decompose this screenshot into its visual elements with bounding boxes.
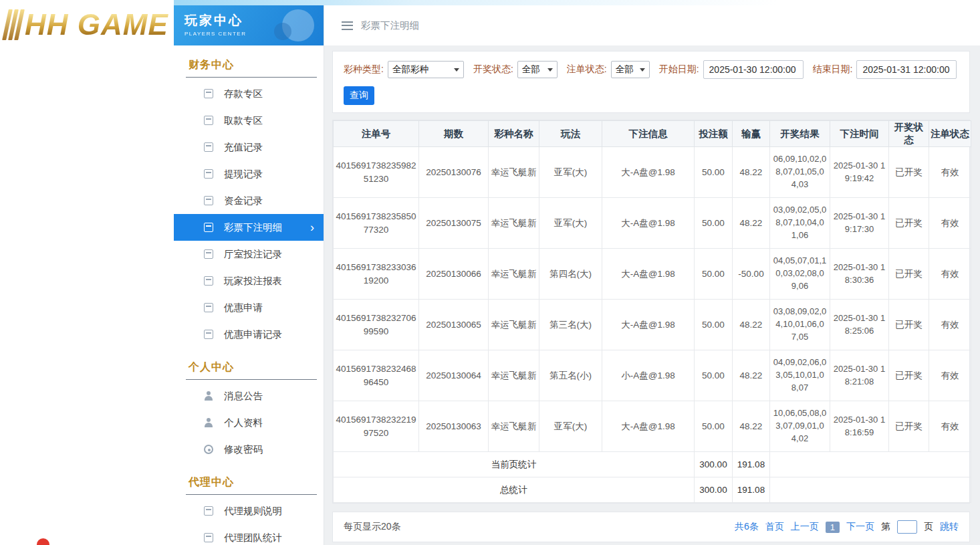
cell-draw_status: 已开奖 xyxy=(889,198,929,249)
sidebar-item-label: 提现记录 xyxy=(224,168,263,181)
cell-bet_time: 2025-01-30 19:19:42 xyxy=(830,147,889,198)
cell-bet_amount: 50.00 xyxy=(695,350,733,401)
sidebar-item-label: 充值记录 xyxy=(224,141,263,154)
logo-text: HH GAME xyxy=(25,8,168,41)
caret-down-icon xyxy=(454,68,459,72)
col-header-bet_time: 下注时间 xyxy=(830,121,889,147)
sidebar-nav: 财务中心存款专区取款专区充值记录提现记录资金记录彩票下注明细›厅室投注记录玩家投… xyxy=(174,53,324,545)
players-center-title: 玩家中心 xyxy=(185,12,324,29)
cell-bet_time: 2025-01-30 18:16:59 xyxy=(830,401,889,452)
cell-bet_info: 大-A盘@1.98 xyxy=(602,401,695,452)
cell-bet_info: 大-A盘@1.98 xyxy=(602,198,695,249)
cell-period: 20250130064 xyxy=(419,350,489,401)
summary-rest xyxy=(770,452,971,477)
sidebar-item-promo-apply-records[interactable]: 优惠申请记录 xyxy=(174,321,324,348)
cell-play: 亚军(大) xyxy=(539,147,602,198)
sidebar: 玩家中心 PLAYERS CENTER 财务中心存款专区取款专区充值记录提现记录… xyxy=(174,5,324,545)
sidebar-item-lottery-bet-details[interactable]: 彩票下注明细› xyxy=(174,214,324,241)
sidebar-item-change-password[interactable]: 修改密码 xyxy=(174,436,324,463)
cell-draw_status: 已开奖 xyxy=(889,147,929,198)
summary-label: 总统计 xyxy=(334,477,695,503)
cell-bet_no: 401569173823246896450 xyxy=(334,350,419,401)
menu-toggle-icon[interactable] xyxy=(342,21,353,30)
table-row: 40156917382359825123020250130076幸运飞艇新亚军(… xyxy=(334,147,971,198)
prev-page-link[interactable]: 上一页 xyxy=(791,521,819,533)
sidebar-item-label: 优惠申请 xyxy=(224,302,263,314)
cell-win_loss: -50.00 xyxy=(733,249,770,300)
draw-status-select[interactable]: 全部 xyxy=(517,61,558,78)
messages-icon xyxy=(204,391,213,401)
cell-bet_amount: 50.00 xyxy=(695,198,733,249)
first-page-link[interactable]: 首页 xyxy=(765,521,784,533)
brand-panel: HH GAME xyxy=(0,0,174,545)
sidebar-item-cashout-records[interactable]: 提现记录 xyxy=(174,160,324,187)
current-page[interactable]: 1 xyxy=(826,522,840,533)
section-title-finance: 财务中心 xyxy=(186,53,317,78)
cell-bet_status: 有效 xyxy=(929,198,971,249)
lottery-type-select[interactable]: 全部彩种 xyxy=(388,61,464,78)
cell-period: 20250130075 xyxy=(419,198,489,249)
next-page-link[interactable]: 下一页 xyxy=(846,521,874,533)
logo-bars-icon xyxy=(5,9,21,40)
caret-down-icon xyxy=(547,68,553,72)
filter-row: 彩种类型: 全部彩种 开奖状态: 全部 注单状态: 全部 xyxy=(344,60,959,79)
sidebar-item-deposit-zone[interactable]: 存款专区 xyxy=(174,80,324,107)
table-row: 40156917382324689645020250130064幸运飞艇新第五名… xyxy=(334,350,971,401)
sidebar-item-label: 彩票下注明细 xyxy=(224,221,282,234)
col-header-bet_no: 注单号 xyxy=(334,121,419,147)
summary-row: 总统计300.00191.08 xyxy=(334,477,971,503)
content-area: 彩种类型: 全部彩种 开奖状态: 全部 注单状态: 全部 xyxy=(324,45,980,545)
filter-panel: 彩种类型: 全部彩种 开奖状态: 全部 注单状态: 全部 xyxy=(332,51,970,113)
start-date-input[interactable] xyxy=(703,60,804,79)
cell-play: 亚军(大) xyxy=(539,401,602,452)
cell-bet_amount: 50.00 xyxy=(695,249,733,300)
summary-winloss-total: 191.08 xyxy=(733,477,770,503)
player-bet-report-icon xyxy=(204,276,213,286)
change-password-icon xyxy=(204,445,213,454)
lottery-type-value: 全部彩种 xyxy=(392,64,428,76)
end-date-input[interactable] xyxy=(856,60,957,79)
sidebar-item-withdraw-zone[interactable]: 取款专区 xyxy=(174,107,324,134)
cell-win_loss: 48.22 xyxy=(733,350,770,401)
sidebar-item-label: 厅室投注记录 xyxy=(224,248,282,261)
hh-game-logo: HH GAME xyxy=(5,8,168,41)
sidebar-item-label: 存款专区 xyxy=(224,88,263,100)
cell-bet_time: 2025-01-30 18:30:36 xyxy=(830,249,889,300)
cell-bet_amount: 50.00 xyxy=(695,401,733,452)
bet-status-select[interactable]: 全部 xyxy=(611,61,650,78)
cell-lottery_name: 幸运飞艇新 xyxy=(489,249,539,300)
top-gradient-strip xyxy=(174,0,980,5)
sidebar-item-agent-team-stats[interactable]: 代理团队统计 xyxy=(174,524,324,545)
sidebar-item-label: 个人资料 xyxy=(224,417,263,429)
search-button[interactable]: 查询 xyxy=(344,86,374,105)
draw-status-label: 开奖状态: xyxy=(473,64,513,76)
sidebar-item-hall-bet-records[interactable]: 厅室投注记录 xyxy=(174,241,324,267)
jump-button[interactable]: 跳转 xyxy=(940,521,959,533)
sidebar-item-funds-records[interactable]: 资金记录 xyxy=(174,187,324,214)
summary-winloss-total: 191.08 xyxy=(733,452,770,477)
summary-rest xyxy=(770,477,971,503)
cell-bet_amount: 50.00 xyxy=(695,300,733,350)
cell-play: 亚军(大) xyxy=(539,198,602,249)
col-header-bet_info: 下注信息 xyxy=(602,121,695,147)
table-header-row: 注单号期数彩种名称玩法下注信息投注额输赢开奖结果下注时间开奖状态注单状态 xyxy=(334,121,971,147)
sidebar-item-profile[interactable]: 个人资料 xyxy=(174,409,324,436)
bets-table: 注单号期数彩种名称玩法下注信息投注额输赢开奖结果下注时间开奖状态注单状态 401… xyxy=(333,120,971,503)
cell-lottery_name: 幸运飞艇新 xyxy=(489,300,539,350)
bet-status-value: 全部 xyxy=(616,64,634,76)
alert-icon xyxy=(37,538,49,545)
sidebar-item-promo-apply[interactable]: 优惠申请 xyxy=(174,294,324,321)
sidebar-item-messages[interactable]: 消息公告 xyxy=(174,383,324,409)
total-count: 共6条 xyxy=(735,521,759,533)
sidebar-item-player-bet-report[interactable]: 玩家投注报表 xyxy=(174,267,324,294)
summary-row: 当前页统计300.00191.08 xyxy=(334,452,971,477)
cell-bet_status: 有效 xyxy=(929,147,971,198)
cell-win_loss: 48.22 xyxy=(733,198,770,249)
screen: HH GAME 玩家中心 PLAYERS CENTER 财务中心存款专区取款专区… xyxy=(0,0,980,545)
sidebar-item-recharge-records[interactable]: 充值记录 xyxy=(174,134,324,160)
bet-status-label: 注单状态: xyxy=(567,64,607,76)
cell-bet_status: 有效 xyxy=(929,300,971,350)
jump-page-input[interactable] xyxy=(897,520,917,534)
sidebar-item-agent-rules[interactable]: 代理规则说明 xyxy=(174,498,324,524)
table-row: 40156917382358507732020250130075幸运飞艇新亚军(… xyxy=(334,198,971,249)
